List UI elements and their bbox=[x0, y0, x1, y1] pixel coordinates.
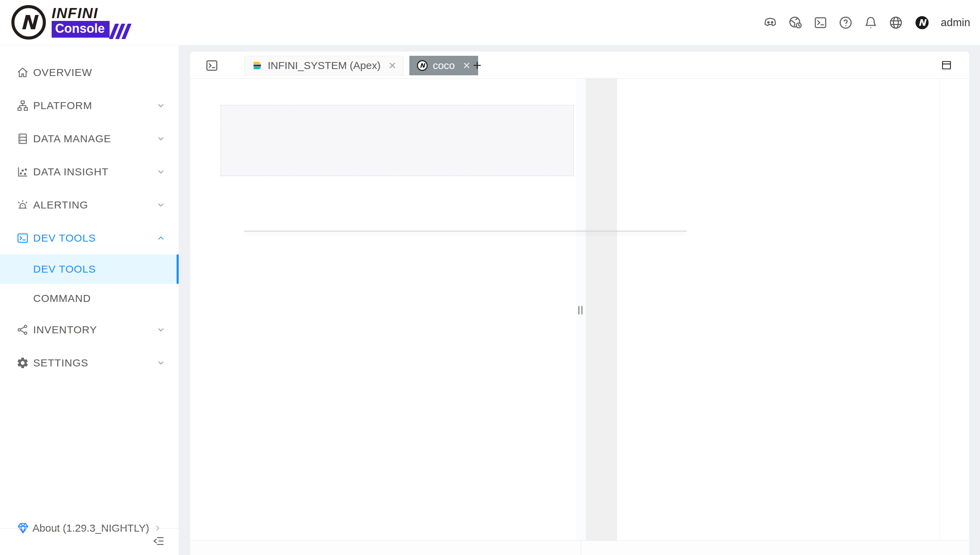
tab-label: INFINI_SYSTEM (Apex) bbox=[268, 59, 380, 71]
console-icon[interactable] bbox=[205, 59, 219, 72]
sidebar-item-label: INVENTORY bbox=[33, 324, 97, 336]
sidebar-menu: OVERVIEWPLATFORMDATA MANAGEDATA INSIGHTA… bbox=[0, 56, 179, 379]
response-viewer[interactable] bbox=[586, 79, 940, 541]
tab-label: coco bbox=[433, 59, 455, 71]
close-tab-icon[interactable]: ✕ bbox=[388, 60, 396, 71]
sidebar-item-platform[interactable]: PLATFORM bbox=[0, 89, 179, 122]
gear-icon bbox=[16, 357, 29, 369]
chevron-up-icon bbox=[156, 234, 166, 243]
alarm-icon bbox=[16, 199, 29, 211]
sidebar-item-label: DEV TOOLS bbox=[33, 232, 96, 244]
svg-text:N: N bbox=[20, 11, 39, 34]
sidebar-item-overview[interactable]: OVERVIEW bbox=[0, 56, 179, 89]
chevron-down-icon bbox=[156, 358, 166, 367]
brand-name-top: INFINI bbox=[51, 6, 129, 21]
svg-text:N: N bbox=[918, 18, 927, 28]
response-tabs bbox=[940, 79, 969, 541]
editor-tab-active[interactable]: Ncoco✕ bbox=[409, 56, 478, 75]
editor-tab-0[interactable]: INFINI_SYSTEM (Apex)✕ bbox=[244, 56, 404, 75]
active-request-highlight bbox=[220, 105, 574, 176]
sidebar-item-label: OVERVIEW bbox=[33, 67, 92, 79]
chevron-down-icon bbox=[156, 101, 166, 110]
tab-strip: INFINI_SYSTEM (Apex)✕Ncoco✕ bbox=[244, 56, 478, 75]
platform-icon bbox=[16, 99, 29, 112]
sidebar-item-label: DATA INSIGHT bbox=[33, 166, 109, 178]
brand-logo[interactable]: N INFINI Console bbox=[10, 4, 129, 40]
sidebar-footer bbox=[0, 528, 179, 555]
sidebar-item-label: PLATFORM bbox=[33, 100, 92, 112]
sidebar-item-label: SETTINGS bbox=[33, 357, 88, 369]
chevron-down-icon bbox=[156, 167, 166, 176]
editor-tabbar: INFINI_SYSTEM (Apex)✕Ncoco✕ + bbox=[190, 51, 969, 79]
sidebar: OVERVIEWPLATFORMDATA MANAGEDATA INSIGHTA… bbox=[0, 45, 179, 555]
help-icon[interactable] bbox=[838, 15, 853, 30]
header-actions: N admin bbox=[763, 0, 970, 45]
home-icon bbox=[16, 66, 29, 79]
discord-icon[interactable] bbox=[763, 15, 777, 30]
header-icon-group bbox=[763, 15, 903, 30]
sidebar-item-label: DATA MANAGE bbox=[33, 133, 111, 145]
svg-text:N: N bbox=[420, 62, 426, 69]
sidebar-item-alerting[interactable]: ALERTING bbox=[0, 188, 179, 221]
request-editor[interactable] bbox=[190, 79, 576, 541]
app-root: N INFINI Console N admin OVERVIEWPLATFOR… bbox=[0, 0, 980, 555]
sidebar-subitem-label: COMMAND bbox=[33, 292, 91, 304]
layout-toggle-icon[interactable] bbox=[941, 59, 953, 71]
response-gutter-bg bbox=[586, 79, 617, 541]
request-actions bbox=[546, 106, 574, 118]
globe-time-icon[interactable] bbox=[788, 15, 803, 30]
elasticsearch-icon bbox=[252, 60, 263, 71]
sidebar-subitem-label: DEV TOOLS bbox=[33, 263, 96, 275]
username-label: admin bbox=[941, 16, 970, 29]
wrench-icon[interactable] bbox=[562, 106, 574, 118]
language-globe-icon[interactable] bbox=[888, 15, 903, 30]
devtools-icon bbox=[16, 232, 29, 244]
user-avatar[interactable]: N bbox=[914, 14, 930, 31]
app-header: N INFINI Console N admin bbox=[0, 0, 980, 45]
autocomplete-dropdown bbox=[244, 231, 687, 231]
collapse-sidebar-icon[interactable] bbox=[152, 535, 165, 547]
add-tab-button[interactable]: + bbox=[473, 56, 482, 75]
bell-icon[interactable] bbox=[863, 15, 878, 30]
chevron-down-icon bbox=[156, 325, 166, 334]
sidebar-item-inventory[interactable]: INVENTORY bbox=[0, 313, 179, 346]
run-request-icon[interactable] bbox=[546, 106, 557, 118]
infini-logo-icon: N bbox=[10, 4, 47, 40]
pane-splitter[interactable]: || bbox=[576, 79, 586, 541]
sidebar-item-data-manage[interactable]: DATA MANAGE bbox=[0, 122, 179, 155]
sidebar-item-dev-tools[interactable]: DEV TOOLS bbox=[0, 221, 179, 255]
sidebar-item-settings[interactable]: SETTINGS bbox=[0, 346, 179, 379]
brand-name-bottom: Console bbox=[51, 21, 109, 38]
sidebar-item-data-insight[interactable]: DATA INSIGHT bbox=[0, 155, 179, 188]
terminal-window-icon[interactable] bbox=[813, 15, 828, 30]
close-tab-icon[interactable]: ✕ bbox=[462, 60, 470, 71]
database-icon bbox=[16, 133, 29, 145]
chart-icon bbox=[16, 165, 29, 178]
sidebar-subitem-command[interactable]: COMMAND bbox=[0, 284, 179, 313]
infini-n-icon: N bbox=[417, 60, 428, 71]
sidebar-item-label: ALERTING bbox=[33, 199, 88, 211]
status-left-group bbox=[196, 541, 580, 555]
chevron-down-icon bbox=[156, 134, 166, 143]
chevron-down-icon bbox=[156, 201, 166, 210]
devtools-panel: INFINI_SYSTEM (Apex)✕Ncoco✕ + || bbox=[190, 51, 969, 555]
status-bar bbox=[190, 541, 969, 555]
sidebar-subitem-dev-tools-sub[interactable]: DEV TOOLS bbox=[0, 255, 179, 284]
share-icon bbox=[16, 324, 29, 336]
status-divider bbox=[581, 541, 581, 555]
